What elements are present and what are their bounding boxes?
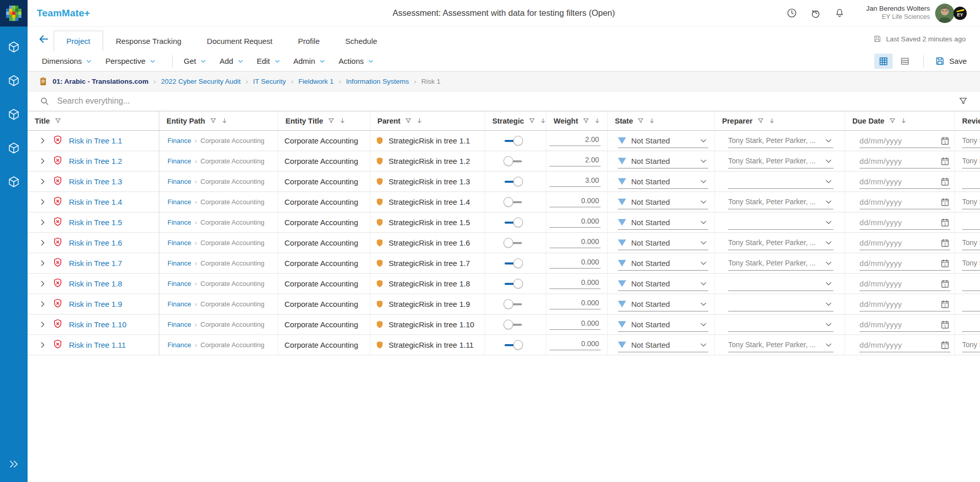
- reviewer-dropdown[interactable]: Tony Stark, Peter Parker, ...: [962, 338, 980, 352]
- weight-input[interactable]: 0.000: [549, 197, 601, 207]
- filter-icon[interactable]: [210, 117, 217, 124]
- reviewer-dropdown[interactable]: Tony Stark, Peter Parker, ...: [962, 235, 980, 250]
- entity-path-link[interactable]: Finance: [168, 198, 191, 206]
- breadcrumb-item-4[interactable]: Fieldwork 1: [298, 78, 333, 85]
- strategic-toggle[interactable]: [505, 279, 524, 288]
- sort-icon[interactable]: [769, 117, 775, 124]
- column-header-parent[interactable]: Parent: [370, 111, 485, 130]
- state-dropdown[interactable]: Not Started: [618, 276, 708, 291]
- breadcrumb-item-1[interactable]: 01: Arabic - Translations.com: [53, 78, 149, 85]
- column-header-reviewer[interactable]: Reviewer: [955, 111, 980, 130]
- entity-path-link[interactable]: Finance: [168, 137, 191, 144]
- state-dropdown[interactable]: Not Started: [618, 195, 708, 209]
- row-expand-chevron-icon[interactable]: [39, 137, 46, 144]
- risk-title-link[interactable]: Risk in Tree 1.11: [69, 341, 126, 349]
- breadcrumb-item-3[interactable]: IT Security: [253, 78, 286, 85]
- weight-input[interactable]: 3.00: [549, 176, 601, 187]
- notifications-bell-icon[interactable]: [834, 8, 845, 18]
- due-date-input[interactable]: dd/mm/yyyy 1: [859, 133, 950, 148]
- entity-path-link[interactable]: Finance: [168, 259, 191, 267]
- strategic-toggle[interactable]: [505, 197, 524, 207]
- due-date-input[interactable]: dd/mm/yyyy 1: [859, 276, 950, 291]
- strategic-toggle[interactable]: [505, 238, 524, 248]
- row-expand-chevron-icon[interactable]: [39, 341, 46, 349]
- sidebar-item-3[interactable]: [6, 107, 21, 122]
- tab-schedule[interactable]: Schedule: [332, 31, 390, 51]
- weight-input[interactable]: 0.000: [549, 278, 601, 289]
- strategic-toggle[interactable]: [505, 156, 524, 166]
- calendar-icon[interactable]: 1: [940, 299, 950, 309]
- column-header-weight[interactable]: Weight: [546, 111, 608, 130]
- weight-input[interactable]: 0.000: [549, 237, 601, 248]
- row-expand-chevron-icon[interactable]: [39, 321, 46, 328]
- risk-title-link[interactable]: Risk in Tree 1.1: [69, 136, 122, 145]
- menu-edit[interactable]: Edit: [257, 57, 280, 65]
- filter-icon[interactable]: [889, 117, 896, 124]
- tab-document-request[interactable]: Document Request: [194, 31, 285, 51]
- state-dropdown[interactable]: Not Started: [618, 174, 708, 189]
- calendar-icon[interactable]: 1: [940, 218, 950, 227]
- filter-icon[interactable]: [637, 117, 644, 124]
- sort-icon[interactable]: [594, 117, 601, 124]
- sort-icon[interactable]: [221, 117, 228, 124]
- strategic-toggle[interactable]: [505, 320, 524, 329]
- state-dropdown[interactable]: Not Started: [618, 154, 708, 168]
- due-date-input[interactable]: dd/mm/yyyy 1: [859, 235, 950, 250]
- wolters-kluwer-logo[interactable]: [0, 0, 28, 27]
- sidebar-expand-button[interactable]: [8, 459, 20, 471]
- entity-path-link[interactable]: Finance: [168, 341, 191, 349]
- menu-get[interactable]: Get: [184, 57, 206, 65]
- weight-input[interactable]: 2.00: [549, 135, 601, 146]
- state-dropdown[interactable]: Not Started: [618, 235, 708, 250]
- column-header-title[interactable]: Title: [28, 111, 159, 130]
- menu-actions[interactable]: Actions: [339, 57, 374, 65]
- preparer-dropdown[interactable]: [728, 174, 833, 189]
- risk-title-link[interactable]: Risk in Tree 1.5: [69, 218, 122, 227]
- sort-icon[interactable]: [540, 117, 546, 124]
- sort-icon[interactable]: [339, 117, 346, 124]
- risk-title-link[interactable]: Risk in Tree 1.10: [69, 320, 127, 329]
- preparer-dropdown[interactable]: Tony Stark, Peter Parker, ...: [728, 235, 833, 250]
- user-menu[interactable]: Jan Berends Wolters EY Life Sciences: [866, 3, 967, 23]
- entity-path-link[interactable]: Finance: [168, 178, 191, 185]
- preparer-dropdown[interactable]: Tony Stark, Peter Parker, ...: [728, 154, 833, 168]
- column-header-state[interactable]: State: [608, 111, 715, 130]
- tab-response-tracking[interactable]: Response Tracking: [103, 31, 194, 51]
- weight-input[interactable]: 2.00: [549, 156, 601, 166]
- filter-icon[interactable]: [529, 117, 535, 124]
- due-date-input[interactable]: dd/mm/yyyy 1: [859, 338, 950, 352]
- sort-icon[interactable]: [649, 117, 655, 124]
- column-header-due_date[interactable]: Due Date: [845, 111, 955, 130]
- calendar-icon[interactable]: 1: [940, 258, 950, 268]
- row-expand-chevron-icon[interactable]: [39, 178, 46, 185]
- due-date-input[interactable]: dd/mm/yyyy 1: [859, 297, 950, 311]
- weight-input[interactable]: 0.000: [549, 217, 601, 228]
- calendar-icon[interactable]: 1: [940, 340, 950, 350]
- entity-path-link[interactable]: Finance: [168, 300, 191, 308]
- strategic-toggle[interactable]: [505, 136, 524, 146]
- search-input[interactable]: [57, 97, 959, 106]
- sidebar-item-5[interactable]: [6, 175, 21, 189]
- tab-project[interactable]: Project: [54, 31, 103, 51]
- filter-icon[interactable]: [405, 117, 412, 124]
- sort-icon[interactable]: [900, 117, 907, 124]
- state-dropdown[interactable]: Not Started: [618, 317, 708, 332]
- reviewer-dropdown[interactable]: [962, 174, 980, 189]
- row-expand-chevron-icon[interactable]: [39, 259, 46, 267]
- weight-input[interactable]: 0.000: [549, 340, 601, 350]
- reviewer-dropdown[interactable]: Tony Stark, Peter Parker, ...: [962, 195, 980, 209]
- column-header-entity_path[interactable]: Entity Path: [159, 111, 278, 130]
- row-expand-chevron-icon[interactable]: [39, 239, 46, 247]
- state-dropdown[interactable]: Not Started: [618, 297, 708, 311]
- filter-icon[interactable]: [328, 117, 334, 124]
- calendar-icon[interactable]: 1: [940, 177, 950, 186]
- preparer-dropdown[interactable]: [728, 276, 833, 291]
- reviewer-dropdown[interactable]: [962, 215, 980, 230]
- state-dropdown[interactable]: Not Started: [618, 256, 708, 271]
- table-filter-icon[interactable]: [959, 97, 968, 106]
- risk-title-link[interactable]: Risk in Tree 1.8: [69, 279, 122, 288]
- preparer-dropdown[interactable]: Tony Stark, Peter Parker, ...: [728, 256, 833, 271]
- calendar-icon[interactable]: 1: [940, 279, 950, 288]
- breadcrumb-item-5[interactable]: Information Systems: [346, 78, 409, 85]
- filter-icon[interactable]: [55, 117, 61, 124]
